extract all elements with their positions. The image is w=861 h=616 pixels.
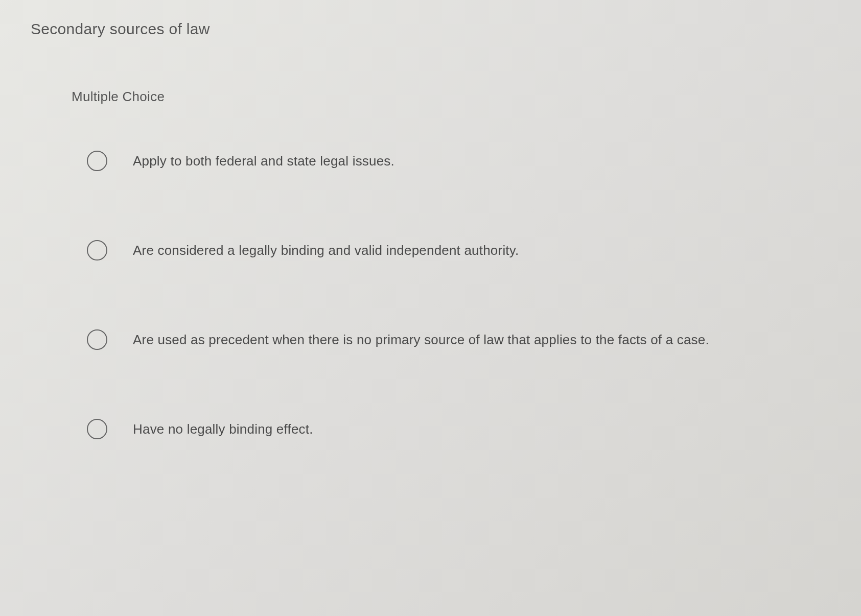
question-type-label: Multiple Choice bbox=[72, 89, 830, 105]
option-row: Apply to both federal and state legal is… bbox=[87, 151, 830, 171]
radio-option-2[interactable] bbox=[87, 240, 107, 260]
question-title: Secondary sources of law bbox=[31, 20, 830, 38]
quiz-container: Secondary sources of law Multiple Choice… bbox=[0, 0, 861, 529]
radio-option-3[interactable] bbox=[87, 329, 107, 350]
options-list: Apply to both federal and state legal is… bbox=[87, 151, 830, 439]
option-label: Are considered a legally binding and val… bbox=[133, 243, 519, 258]
radio-option-4[interactable] bbox=[87, 419, 107, 439]
option-label: Have no legally binding effect. bbox=[133, 421, 313, 437]
option-label: Apply to both federal and state legal is… bbox=[133, 153, 394, 169]
radio-option-1[interactable] bbox=[87, 151, 107, 171]
option-label: Are used as precedent when there is no p… bbox=[133, 332, 709, 348]
option-row: Are used as precedent when there is no p… bbox=[87, 329, 830, 350]
option-row: Are considered a legally binding and val… bbox=[87, 240, 830, 260]
option-row: Have no legally binding effect. bbox=[87, 419, 830, 439]
